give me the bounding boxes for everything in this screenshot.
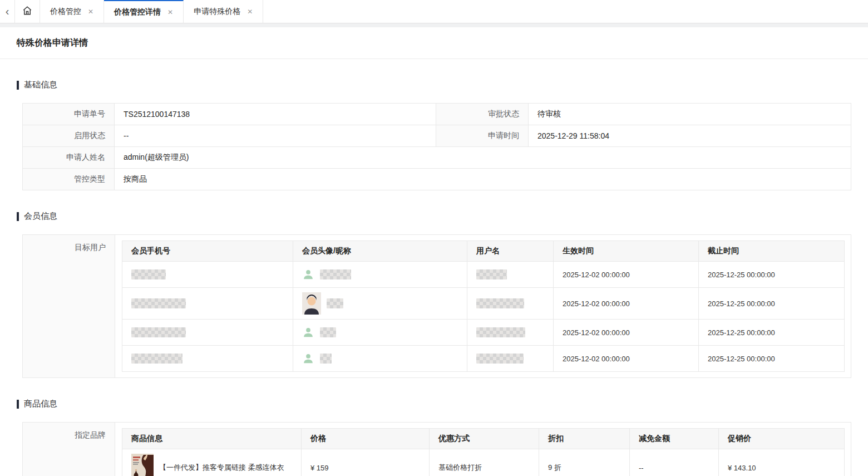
field-label-approval-status: 审批状态	[436, 104, 529, 125]
tab-price-control[interactable]: 价格管控 ✕	[40, 0, 104, 23]
col-avatar-nickname: 会员头像/昵称	[293, 241, 467, 262]
member-group-box: 目标用户 会员手机号 会员头像/昵称 用户名 生效时间 截止时间	[22, 234, 851, 378]
member-row: 2025-12-02 00:00:00 2025-12-25 00:00:00	[122, 288, 845, 320]
promo-price-cell: ¥ 143.10	[719, 449, 845, 476]
member-group-body: 会员手机号 会员头像/昵称 用户名 生效时间 截止时间	[115, 235, 851, 377]
col-price: 价格	[302, 429, 430, 449]
member-row: 2025-12-02 00:00:00 2025-12-25 00:00:00	[122, 320, 845, 346]
product-group-box: 指定品牌 商品信息 价格 优惠方式 折扣 减免金额 促销价	[22, 422, 851, 476]
col-reduce-amount: 减免金额	[630, 429, 719, 449]
member-avatar-icon	[302, 268, 314, 281]
col-discount: 折扣	[539, 429, 630, 449]
end-time-cell: 2025-12-25 00:00:00	[699, 288, 845, 320]
section-title-member-info: 会员信息	[17, 211, 854, 222]
col-username: 用户名	[467, 241, 554, 262]
table-row: 申请单号 TS2512100147138 审批状态 待审核	[23, 104, 851, 125]
section-title-basic-info: 基础信息	[17, 80, 854, 90]
member-table: 会员手机号 会员头像/昵称 用户名 生效时间 截止时间	[122, 241, 845, 372]
start-time-cell: 2025-12-02 00:00:00	[554, 346, 699, 372]
col-promo-price: 促销价	[719, 429, 845, 449]
table-header-row: 商品信息 价格 优惠方式 折扣 减免金额 促销价	[122, 429, 845, 449]
redacted-phone	[131, 298, 186, 308]
redacted-phone	[131, 327, 186, 337]
table-row: 申请人姓名 admin(超级管理员)	[23, 147, 851, 169]
member-row: 2025-12-02 00:00:00 2025-12-25 00:00:00	[122, 346, 845, 372]
tab-bar: ‹ 价格管控 ✕ 价格管控详情 ✕ 申请特殊价格 ✕	[0, 0, 868, 23]
start-time-cell: 2025-12-02 00:00:00	[554, 288, 699, 320]
tab-home[interactable]	[15, 0, 40, 23]
end-time-cell: 2025-12-25 00:00:00	[699, 320, 845, 346]
field-label-applicant: 申请人姓名	[23, 147, 115, 169]
tab-label: 价格管控详情	[114, 7, 161, 17]
price-cell: ¥ 159	[302, 449, 430, 476]
tab-label: 价格管控	[50, 7, 81, 17]
redacted-username	[476, 327, 525, 337]
table-header-row: 会员手机号 会员头像/昵称 用户名 生效时间 截止时间	[122, 241, 845, 262]
redacted-nickname	[320, 354, 332, 364]
col-phone: 会员手机号	[122, 241, 293, 262]
close-icon[interactable]: ✕	[247, 8, 253, 16]
redacted-username	[476, 354, 524, 364]
col-product-info: 商品信息	[122, 429, 302, 449]
col-discount-type: 优惠方式	[430, 429, 539, 449]
table-row: 管控类型 按商品	[23, 169, 851, 190]
start-time-cell: 2025-12-02 00:00:00	[554, 320, 699, 346]
close-icon[interactable]: ✕	[88, 8, 93, 16]
back-button[interactable]: ‹	[0, 0, 15, 23]
redacted-nickname	[320, 327, 336, 337]
page-header: 特殊价格申请详情	[0, 27, 868, 59]
end-time-cell: 2025-12-25 00:00:00	[699, 262, 845, 288]
field-label-control-type: 管控类型	[23, 169, 115, 190]
redacted-nickname	[320, 269, 351, 279]
member-avatar-photo	[302, 292, 321, 315]
redacted-phone	[131, 269, 166, 279]
redacted-username	[476, 298, 524, 308]
field-value-order-no: TS2512100147138	[115, 104, 436, 125]
member-group-label: 目标用户	[23, 235, 115, 377]
close-icon[interactable]: ✕	[167, 8, 173, 16]
field-value-control-type: 按商品	[115, 169, 851, 190]
chevron-left-icon: ‹	[6, 5, 9, 18]
page-title: 特殊价格申请详情	[17, 37, 851, 49]
product-name: 【一件代发】推客专属链接 柔感连体衣	[159, 463, 284, 473]
tab-apply-special-price[interactable]: 申请特殊价格 ✕	[184, 0, 263, 23]
product-image	[131, 454, 154, 476]
discount-type-cell: 基础价格打折	[430, 449, 539, 476]
redacted-username	[476, 269, 507, 279]
member-avatar-icon	[302, 352, 314, 365]
field-label-order-no: 申请单号	[23, 104, 115, 125]
discount-cell: 9 折	[539, 449, 630, 476]
redacted-nickname	[327, 298, 343, 308]
field-value-approval-status: 待审核	[529, 104, 851, 125]
tabbar-spacer	[0, 23, 868, 27]
reduce-amount-cell: --	[630, 449, 719, 476]
field-label-enable-status: 启用状态	[23, 125, 115, 147]
page-content: 基础信息 申请单号 TS2512100147138 审批状态 待审核 启用状态 …	[0, 80, 868, 476]
table-row: 启用状态 -- 申请时间 2025-12-29 11:58:04	[23, 125, 851, 147]
end-time-cell: 2025-12-25 00:00:00	[699, 346, 845, 372]
field-value-enable-status: --	[115, 125, 436, 147]
col-start-time: 生效时间	[554, 241, 699, 262]
member-row: 2025-12-02 00:00:00 2025-12-25 00:00:00	[122, 262, 845, 288]
basic-info-table: 申请单号 TS2512100147138 审批状态 待审核 启用状态 -- 申请…	[22, 103, 851, 190]
tab-label: 申请特殊价格	[194, 7, 240, 17]
home-icon	[22, 6, 32, 17]
col-end-time: 截止时间	[699, 241, 845, 262]
start-time-cell: 2025-12-02 00:00:00	[554, 262, 699, 288]
product-group-body: 商品信息 价格 优惠方式 折扣 减免金额 促销价	[115, 423, 851, 476]
field-value-applicant: admin(超级管理员)	[115, 147, 851, 169]
section-title-product-info: 商品信息	[17, 399, 854, 409]
redacted-phone	[131, 354, 183, 364]
field-value-apply-time: 2025-12-29 11:58:04	[529, 125, 851, 147]
member-avatar-icon	[302, 326, 314, 338]
tab-price-control-detail[interactable]: 价格管控详情 ✕	[104, 0, 184, 23]
product-row: 【一件代发】推客专属链接 柔感连体衣 ¥ 159 基础价格打折 9 折 -- ¥…	[122, 449, 845, 476]
product-group-label: 指定品牌	[23, 423, 115, 476]
field-label-apply-time: 申请时间	[436, 125, 529, 147]
product-table: 商品信息 价格 优惠方式 折扣 减免金额 促销价	[122, 428, 845, 476]
